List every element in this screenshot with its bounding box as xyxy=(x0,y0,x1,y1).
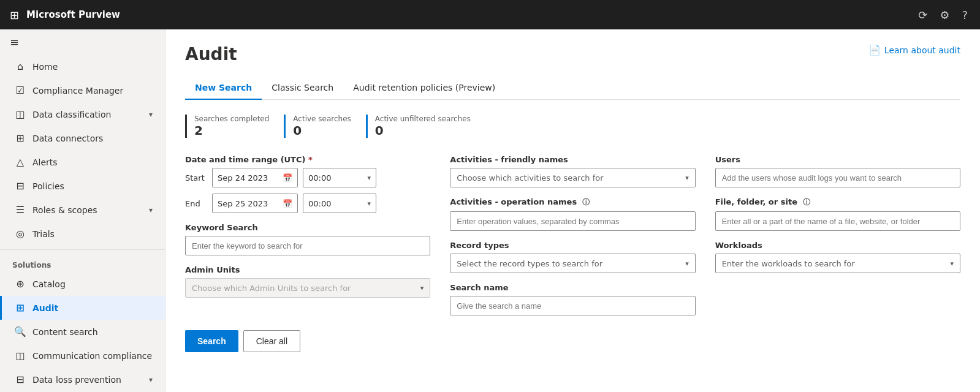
search-form: Date and time range (UTC) * Start Sep 24… xyxy=(185,155,960,315)
sidebar: ≡ ⌂ Home ☑ Compliance Manager ◫ Data cla… xyxy=(0,29,165,392)
sidebar-item-catalog[interactable]: ⊕ Catalog xyxy=(0,272,165,296)
app-title: Microsoft Purview xyxy=(26,9,120,20)
search-name-group: Search name xyxy=(450,283,695,315)
end-label: End xyxy=(185,199,207,208)
activities-friendly-select[interactable]: Choose which activities to search for ▾ xyxy=(450,168,695,187)
file-folder-input[interactable] xyxy=(715,211,960,231)
start-row: Start Sep 24 2023 📅 00:00 ▾ xyxy=(185,168,430,187)
start-date-input[interactable]: Sep 24 2023 📅 xyxy=(212,168,298,187)
policies-icon: ⊟ xyxy=(14,180,26,192)
catalog-icon: ⊕ xyxy=(14,278,26,290)
keyword-search-group: Keyword Search xyxy=(185,223,430,255)
sidebar-item-communication-compliance[interactable]: ◫ Communication compliance xyxy=(0,344,165,368)
document-icon: 📄 xyxy=(868,44,881,56)
activities-operation-input[interactable] xyxy=(450,211,695,231)
date-time-section: Start Sep 24 2023 📅 00:00 ▾ xyxy=(185,168,430,213)
chevron-down-icon: ▾ xyxy=(950,260,954,268)
sidebar-item-policies[interactable]: ⊟ Policies xyxy=(0,174,165,198)
activities-friendly-label: Activities - friendly names xyxy=(450,155,695,164)
menu-toggle[interactable]: ≡ xyxy=(0,29,165,55)
stat-label: Active unfiltered searches xyxy=(375,115,471,123)
alerts-icon: △ xyxy=(14,156,26,168)
sidebar-item-trials[interactable]: ◎ Trials xyxy=(0,222,165,246)
calendar-icon[interactable]: 📅 xyxy=(283,173,292,183)
grid-icon[interactable]: ⊞ xyxy=(10,9,19,21)
sidebar-item-content-search[interactable]: 🔍 Content search xyxy=(0,320,165,344)
chevron-down-icon: ▾ xyxy=(420,284,424,292)
sidebar-item-data-loss-prevention[interactable]: ⊟ Data loss prevention ▾ xyxy=(0,368,165,391)
info-icon: ⓘ xyxy=(582,198,590,206)
users-input[interactable] xyxy=(715,168,960,187)
keyword-input[interactable] xyxy=(185,236,430,255)
end-time-select[interactable]: 00:00 ▾ xyxy=(303,194,376,213)
search-button[interactable]: Search xyxy=(185,330,238,352)
start-time-select[interactable]: 00:00 ▾ xyxy=(303,168,376,187)
chevron-down-icon: ▾ xyxy=(149,110,153,119)
activities-friendly-placeholder: Choose which activities to search for xyxy=(457,173,685,183)
page-header: Audit 📄 Learn about audit xyxy=(185,44,960,64)
stat-value: 2 xyxy=(194,123,269,138)
stat-searches-completed: Searches completed 2 xyxy=(185,115,284,138)
learn-about-audit-link[interactable]: 📄 Learn about audit xyxy=(868,44,960,56)
sidebar-item-label: Policies xyxy=(32,181,64,191)
comm-compliance-icon: ◫ xyxy=(14,350,26,361)
end-date-input[interactable]: Sep 25 2023 📅 xyxy=(212,194,298,213)
workloads-group: Workloads Enter the workloads to search … xyxy=(715,241,960,273)
sidebar-item-data-classification[interactable]: ◫ Data classification ▾ xyxy=(0,102,165,126)
users-label: Users xyxy=(715,155,960,164)
record-types-group: Record types Select the record types to … xyxy=(450,241,695,273)
chevron-down-icon: ▾ xyxy=(685,260,689,268)
search-name-input[interactable] xyxy=(450,296,695,315)
stat-label: Active searches xyxy=(293,115,351,123)
tabs-bar: New Search Classic Search Audit retentio… xyxy=(185,77,960,100)
sidebar-item-roles-scopes[interactable]: ☰ Roles & scopes ▾ xyxy=(0,198,165,222)
start-time-value: 00:00 xyxy=(308,173,331,183)
activities-operation-group: Activities - operation names ⓘ xyxy=(450,197,695,231)
sidebar-item-label: Catalog xyxy=(32,279,66,289)
action-bar: Search Clear all xyxy=(185,330,960,352)
sidebar-item-label: Content search xyxy=(32,327,98,337)
activities-operation-label: Activities - operation names ⓘ xyxy=(450,197,695,208)
chevron-down-icon: ▾ xyxy=(685,174,689,182)
sidebar-item-data-connectors[interactable]: ⊞ Data connectors xyxy=(0,126,165,150)
chevron-down-icon: ▾ xyxy=(149,206,153,214)
solutions-section-label: Solutions xyxy=(0,254,165,272)
record-types-select[interactable]: Select the record types to search for ▾ xyxy=(450,254,695,273)
users-group: Users xyxy=(715,155,960,187)
data-class-icon: ◫ xyxy=(14,108,26,120)
chevron-down-icon: ▾ xyxy=(367,200,371,208)
topbar: ⊞ Microsoft Purview ⟳ ⚙ ? xyxy=(0,0,980,29)
sidebar-item-alerts[interactable]: △ Alerts xyxy=(0,150,165,174)
end-time-value: 00:00 xyxy=(308,199,331,208)
workloads-select[interactable]: Enter the workloads to search for ▾ xyxy=(715,254,960,273)
admin-units-select[interactable]: Choose which Admin Units to search for ▾ xyxy=(185,278,430,298)
stats-row: Searches completed 2 Active searches 0 A… xyxy=(185,115,960,138)
start-date-value: Sep 24 2023 xyxy=(218,173,268,183)
sidebar-item-label: Communication compliance xyxy=(32,351,152,361)
tab-classic-search[interactable]: Classic Search xyxy=(262,77,343,100)
settings-icon[interactable]: ⚙ xyxy=(937,6,952,24)
workloads-label: Workloads xyxy=(715,241,960,250)
stat-active-unfiltered: Active unfiltered searches 0 xyxy=(366,115,485,138)
calendar-icon[interactable]: 📅 xyxy=(283,199,292,208)
date-time-group: Date and time range (UTC) * Start Sep 24… xyxy=(185,155,430,213)
dlp-icon: ⊟ xyxy=(14,374,26,385)
help-icon[interactable]: ? xyxy=(959,6,970,24)
tab-audit-retention[interactable]: Audit retention policies (Preview) xyxy=(343,77,505,100)
stat-value: 0 xyxy=(293,123,351,138)
content-search-icon: 🔍 xyxy=(14,326,26,337)
record-types-label: Record types xyxy=(450,241,695,250)
clear-all-button[interactable]: Clear all xyxy=(243,330,300,352)
sidebar-item-compliance-manager[interactable]: ☑ Compliance Manager xyxy=(0,78,165,102)
start-label: Start xyxy=(185,173,207,183)
sidebar-item-audit[interactable]: ⊞ Audit xyxy=(0,296,165,320)
file-folder-group: File, folder, or site ⓘ xyxy=(715,197,960,231)
connections-icon[interactable]: ⟳ xyxy=(916,6,930,24)
tab-new-search[interactable]: New Search xyxy=(185,77,262,100)
info-icon: ⓘ xyxy=(803,198,810,206)
end-row: End Sep 25 2023 📅 00:00 ▾ xyxy=(185,194,430,213)
sidebar-item-home[interactable]: ⌂ Home xyxy=(0,55,165,78)
sidebar-item-label: Home xyxy=(32,62,58,72)
admin-units-label: Admin Units xyxy=(185,265,430,274)
required-marker: * xyxy=(308,155,313,164)
